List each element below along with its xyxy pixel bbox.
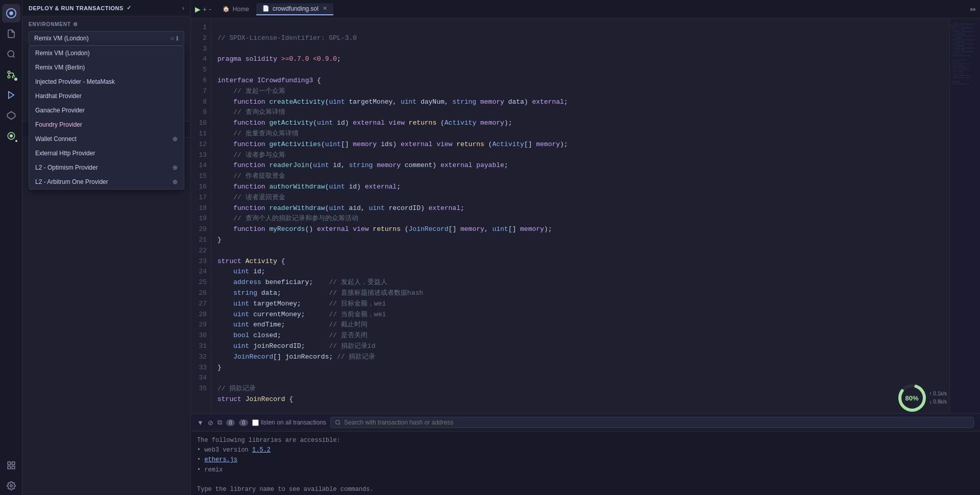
ethers-link[interactable]: ethers.js — [204, 456, 237, 463]
svg-line-18 — [339, 423, 340, 425]
l2-opt-icon: ⊕ — [173, 164, 178, 171]
speed-rate-2: ↓ 0.8k/s — [929, 398, 947, 406]
check-icon: ✓ — [127, 5, 132, 11]
speed-value: 80% — [905, 394, 919, 402]
svg-rect-14 — [12, 466, 14, 469]
home-tab[interactable]: 🏠 Home — [216, 4, 255, 15]
svg-point-5 — [8, 71, 10, 74]
panel-header-actions: › — [182, 4, 184, 12]
console-search-box[interactable] — [330, 417, 974, 428]
svg-marker-9 — [7, 112, 15, 120]
env-circle-icon: ○ — [170, 35, 174, 42]
deploy-panel: DEPLOY & RUN TRANSACTIONS ✓ › ENVIRONMEN… — [22, 0, 191, 495]
svg-point-1 — [9, 11, 13, 15]
remix-logo-icon[interactable] — [2, 4, 20, 22]
debugger-icon[interactable] — [2, 127, 20, 145]
panel-title: DEPLOY & RUN TRANSACTIONS ✓ — [29, 5, 131, 11]
env-option-1[interactable]: Remix VM (Berlin) — [29, 60, 184, 75]
console-area: ▼ ⊘ ⧉ 0 0 listen on all transactions The… — [191, 413, 980, 495]
svg-rect-15 — [8, 466, 10, 469]
env-settings-icon[interactable]: ⚙ — [73, 21, 78, 27]
console-collapse-icon[interactable]: ▼ — [197, 419, 204, 427]
console-copy-icon[interactable]: ⧉ — [217, 418, 222, 427]
svg-point-11 — [10, 135, 12, 137]
listen-checkbox-row: listen on all transactions — [252, 419, 326, 426]
web3-link[interactable]: 1.5.2 — [252, 446, 271, 454]
console-badge-1: 0 — [226, 419, 235, 426]
zoom-out-icon[interactable]: - — [209, 5, 211, 13]
console-line-2: • web3 version — [197, 446, 252, 454]
expand-icon[interactable]: ⇔ — [970, 5, 976, 13]
env-option-9[interactable]: L2 - Arbitrum One Provider ⊕ — [29, 175, 184, 189]
file-explorer-icon[interactable] — [2, 25, 20, 43]
svg-point-6 — [8, 76, 10, 78]
git-icon[interactable] — [2, 65, 20, 84]
env-option-3[interactable]: Hardhat Provider — [29, 89, 184, 103]
env-option-8[interactable]: L2 - Optimism Provider ⊕ — [29, 160, 184, 175]
listen-checkbox[interactable] — [252, 419, 259, 426]
solidity-icon[interactable] — [2, 106, 20, 125]
svg-point-17 — [336, 420, 340, 425]
env-option-4[interactable]: Ganache Provider — [29, 103, 184, 117]
speed-rates: ↑ 0.1k/s ↓ 0.8k/s — [929, 390, 947, 406]
svg-marker-8 — [8, 91, 14, 99]
close-tab-icon[interactable]: ✕ — [323, 5, 327, 12]
speed-ring-wrapper: 80% — [897, 383, 927, 413]
settings-icon[interactable] — [2, 477, 20, 495]
svg-line-3 — [13, 56, 14, 57]
deploy-run-icon[interactable] — [2, 86, 20, 104]
console-line-1: The following libraries are accessible: — [197, 437, 340, 444]
minimap-content: // SPDX-License-Identifier pragma solidi… — [950, 18, 980, 90]
env-option-5[interactable]: Foundry Provider — [29, 117, 184, 132]
console-content: The following libraries are accessible: … — [191, 432, 980, 495]
panel-forward-icon[interactable]: › — [182, 4, 184, 12]
env-dropdown-icons: ○ ℹ — [170, 35, 179, 42]
editor-area: ▶ + - 🏠 Home 📄 crowdfunding.sol ✕ ⇔ 1234… — [191, 0, 980, 495]
tab-bar-actions: ▶ + - — [195, 5, 211, 13]
listen-label: listen on all transactions — [261, 419, 326, 426]
console-clear-icon[interactable]: ⊘ — [208, 419, 213, 427]
environment-dropdown-wrapper: Remix VM (London) ○ ℹ Remix VM (London) … — [29, 31, 184, 45]
env-option-0[interactable]: Remix VM (London) — [29, 46, 184, 60]
console-search-icon — [335, 419, 341, 426]
file-tab[interactable]: 📄 crowdfunding.sol ✕ — [256, 3, 333, 15]
file-tab-icon: 📄 — [262, 5, 270, 12]
console-line-4: • remix — [197, 466, 223, 474]
environment-dropdown-menu: Remix VM (London) Remix VM (Berlin) Inje… — [29, 45, 184, 190]
file-tab-label: crowdfunding.sol — [273, 5, 318, 12]
env-info-icon[interactable]: ℹ — [176, 35, 179, 42]
l2-arb-icon: ⊕ — [173, 178, 178, 185]
svg-rect-13 — [12, 462, 14, 464]
code-content[interactable]: // SPDX-License-Identifier: GPL-3.0 prag… — [211, 18, 949, 413]
environment-dropdown[interactable]: Remix VM (London) ○ ℹ — [29, 31, 184, 45]
env-option-7[interactable]: External Http Provider — [29, 146, 184, 160]
zoom-in-icon[interactable]: + — [203, 5, 207, 13]
console-badge-2: 0 — [239, 419, 248, 426]
home-tab-label: Home — [233, 6, 249, 13]
console-search-input[interactable] — [344, 419, 969, 426]
code-editor[interactable]: 12345 678910 1112131415 1617181920 21222… — [191, 18, 949, 413]
wallet-connect-arrow: ⊕ — [173, 135, 178, 143]
console-line-5: Type the library name to see available c… — [197, 486, 374, 493]
home-tab-icon: 🏠 — [223, 6, 230, 12]
line-numbers: 12345 678910 1112131415 1617181920 21222… — [191, 18, 211, 413]
svg-point-16 — [10, 485, 12, 487]
panel-title-text: DEPLOY & RUN TRANSACTIONS — [29, 5, 124, 11]
panel-header: DEPLOY & RUN TRANSACTIONS ✓ › — [22, 0, 190, 16]
run-tab-icon[interactable]: ▶ — [195, 5, 201, 13]
console-toolbar: ▼ ⊘ ⧉ 0 0 listen on all transactions — [191, 414, 980, 432]
plugin-manager-icon[interactable] — [2, 456, 20, 475]
minimap: // SPDX-License-Identifier pragma solidi… — [949, 18, 980, 413]
tab-bar: ▶ + - 🏠 Home 📄 crowdfunding.sol ✕ ⇔ — [191, 0, 980, 18]
icon-sidebar — [0, 0, 22, 495]
svg-rect-12 — [8, 462, 10, 464]
search-icon[interactable] — [2, 45, 20, 63]
console-line-3: • — [197, 456, 204, 463]
env-option-6[interactable]: Wallet Connect ⊕ — [29, 132, 184, 146]
environment-label: ENVIRONMENT ⚙ — [29, 21, 184, 27]
env-option-2[interactable]: Injected Provider - MetaMask — [29, 75, 184, 89]
environment-section: ENVIRONMENT ⚙ Remix VM (London) ○ ℹ Remi… — [22, 16, 190, 55]
env-selected-value: Remix VM (London) — [34, 35, 89, 42]
speed-indicator: 80% ↑ 0.1k/s ↓ 0.8k/s — [897, 383, 947, 413]
speed-rate-1: ↑ 0.1k/s — [929, 390, 947, 398]
